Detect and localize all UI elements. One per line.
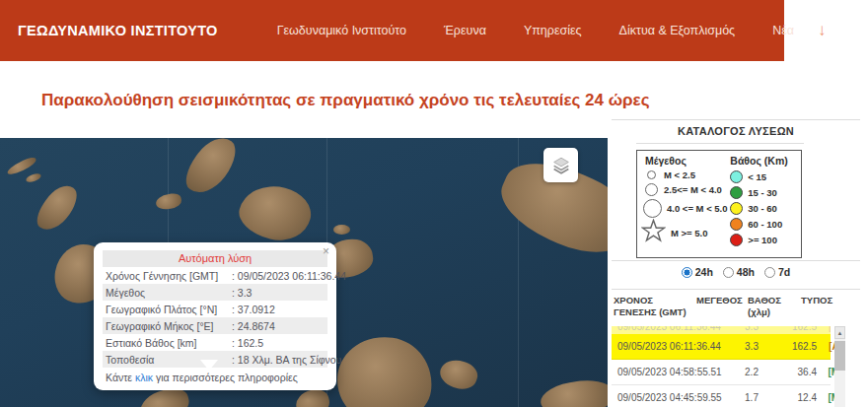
depth-legend: Βάθος (Km) < 15 15 - 30 30 - 60 60 - 100…: [730, 155, 795, 255]
cell-magnitude: 3.3: [734, 341, 769, 352]
depth-dot-icon: [730, 186, 743, 199]
legend-item: 30 - 60: [730, 200, 795, 216]
colon: :: [232, 337, 235, 349]
popup-row-time: Χρόνος Γέννησης [GMT] : 09/05/2023 06:11…: [103, 267, 327, 284]
map-island: [539, 377, 608, 407]
site-logo[interactable]: ΓΕΩΔΥΝΑΜΙΚΟ ΙΝΣΤΙΤΟΥΤΟ: [18, 23, 218, 38]
popup-row-depth: Εστιακό Βάθος [km] : 162.5: [103, 334, 327, 351]
small-circle-icon: [647, 170, 656, 179]
nav-item-institute[interactable]: Γεωδυναμικό Ινστιτούτο: [277, 24, 406, 37]
col-header-type: ΤΥΠΟΣ: [797, 295, 836, 318]
star-icon: [641, 219, 666, 246]
radio-7d[interactable]: 7d: [764, 266, 790, 278]
table-body: 09/05/2023 06:11:36.44 3.3 162.5 [A] 09/…: [612, 326, 831, 407]
table-header: ΧΡΟΝΟΣ ΓΕΝΕΣΗΣ (GMT) ΜΕΓΕΘΟΣ ΒΑΘΟΣ (χλμ)…: [614, 295, 832, 318]
divider: [612, 260, 860, 261]
depth-dot-icon: [730, 218, 743, 231]
popup-label: Εστιακό Βάθος [km]: [106, 337, 232, 349]
table-scrollbar[interactable]: ▲: [834, 326, 845, 407]
popup-value: 09/05/2023 06:11:36.44: [238, 270, 346, 282]
nav-item-services[interactable]: Υπηρεσίες: [524, 24, 582, 37]
col-header-time: ΧΡΟΝΟΣ ΓΕΝΕΣΗΣ (GMT): [614, 295, 694, 318]
legend-item: M < 2.5: [645, 169, 730, 181]
medium-circle-icon: [645, 183, 658, 196]
popup-row-magnitude: Μέγεθος : 3.3: [103, 284, 327, 301]
table-row[interactable]: 09/05/2023 04:45:59.55 1.7 12.4 [M]: [612, 385, 831, 407]
popup-label: Γεωγραφικό Μήκος [°E]: [106, 320, 232, 332]
popup-value: 24.8674: [238, 320, 275, 332]
popup-value: 37.0912: [238, 304, 275, 315]
popup-label: Χρόνος Γέννησης [GMT]: [106, 270, 232, 282]
radio-icon: [723, 267, 734, 278]
popup-footer-text: Κάντε: [106, 372, 135, 383]
layers-icon: [550, 155, 572, 176]
radio-icon: [682, 267, 692, 278]
popup-label: Γεωγραφικό Πλάτος [°N]: [106, 304, 232, 315]
depth-dot-icon: [730, 202, 743, 215]
colon: :: [232, 304, 235, 315]
catalog-sidebar: ΚΑΤΑΛΟΓΟΣ ΛΥΣΕΩΝ Μέγεθος M < 2.5 2.5<= M…: [612, 0, 868, 407]
more-info-link[interactable]: κλικ: [135, 372, 153, 383]
colon: :: [232, 287, 235, 299]
popup-row-latitude: Γεωγραφικό Πλάτος [°N] : 37.0912: [103, 301, 327, 317]
large-circle-icon: [643, 199, 662, 218]
depth-dot-icon: [730, 170, 743, 183]
nav-item-research[interactable]: Έρευνα: [444, 24, 486, 37]
cell-magnitude: 1.7: [734, 392, 769, 403]
map-island: [331, 331, 437, 407]
divider: [612, 289, 860, 290]
catalog-title: ΚΑΤΑΛΟΓΟΣ ΛΥΣΕΩΝ: [612, 125, 860, 137]
table-row-highlighted[interactable]: 09/05/2023 06:11:36.44 3.3 162.5 [A]: [612, 334, 831, 360]
map-island: [32, 179, 83, 237]
magnitude-legend: Μέγεθος M < 2.5 2.5<= M < 4.0 4.0 <= M <…: [645, 155, 730, 255]
colon: :: [232, 320, 235, 332]
depth-legend-title: Βάθος (Km): [730, 155, 795, 167]
popup-value: 162.5: [238, 337, 263, 349]
partially-scrolled-row: 09/05/2023 06:11:36.44 3.3 162.5 [A]: [612, 326, 831, 334]
map-island: [179, 138, 245, 201]
radio-24h[interactable]: 24h: [682, 266, 713, 278]
seismicity-map[interactable]: × Αυτόματη λύση Χρόνος Γέννησης [GMT] : …: [0, 138, 608, 407]
depth-dot-icon: [730, 234, 743, 246]
colon: :: [232, 354, 235, 366]
legend-item: 15 - 30: [730, 184, 795, 200]
scrollbar-thumb[interactable]: [834, 341, 845, 371]
time-filter-group: 24h 48h 7d: [612, 266, 860, 278]
cell-magnitude: 2.2: [734, 367, 769, 377]
cell-depth: 162.5: [769, 341, 817, 352]
colon: :: [232, 270, 235, 282]
legend-item: 2.5<= M < 4.0: [645, 181, 730, 198]
legend-item: < 15: [730, 169, 795, 184]
divider: [612, 119, 860, 120]
cell-depth: 36.4: [769, 367, 817, 377]
cell-depth: 12.4: [769, 392, 817, 403]
popup-value: 3.3: [238, 287, 253, 299]
divider: [636, 143, 804, 144]
map-island: [235, 178, 317, 247]
legend-item: >= 100: [730, 232, 795, 247]
legend-item: 4.0 <= M < 5.0: [645, 198, 730, 219]
map-layers-button[interactable]: [543, 148, 578, 182]
close-icon[interactable]: ×: [323, 245, 329, 257]
col-header-magnitude: ΜΕΓΕΘΟΣ: [696, 295, 746, 318]
popup-value: 18 Χλμ. ΒΑ της Σίφνου: [238, 354, 342, 366]
magnitude-legend-title: Μέγεθος: [645, 155, 730, 167]
radio-48h[interactable]: 48h: [723, 266, 755, 278]
popup-row-longitude: Γεωγραφικό Μήκος [°E] : 24.8674: [103, 317, 327, 334]
legend-box: Μέγεθος M < 2.5 2.5<= M < 4.0 4.0 <= M <…: [636, 150, 802, 258]
legend-item: M >= 5.0: [645, 219, 730, 246]
popup-tail: [200, 360, 218, 371]
page-title: Παρακολούθηση σεισμικότητας σε πραγματικ…: [41, 91, 650, 110]
map-island: [333, 225, 350, 235]
legend-item: 60 - 100: [730, 216, 795, 232]
map-island: [25, 171, 41, 183]
cell-time: 09/05/2023 06:11:36.44: [617, 341, 734, 352]
popup-title: Αυτόματη λύση: [103, 250, 327, 267]
cell-time: 09/05/2023 04:45:59.55: [617, 392, 734, 403]
map-island: [155, 192, 182, 210]
cell-time: 09/05/2023 04:58:55.51: [617, 367, 734, 377]
table-row[interactable]: 09/05/2023 04:58:55.51 2.2 36.4 [M]: [612, 360, 831, 385]
map-island: [437, 356, 481, 393]
scroll-up-arrow-icon[interactable]: ▲: [834, 326, 845, 339]
popup-footer-text: για περισσότερες πληροφορίες: [153, 372, 298, 383]
